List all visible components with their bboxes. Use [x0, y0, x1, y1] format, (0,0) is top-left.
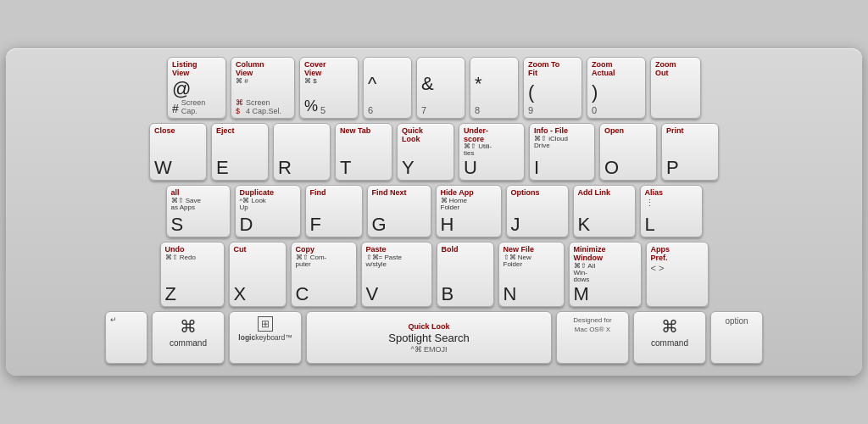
- key-p-print[interactable]: Print P: [661, 123, 719, 181]
- key-fn-left[interactable]: ↵: [105, 311, 147, 364]
- key-r[interactable]: R: [273, 123, 331, 181]
- key-u-underscore[interactable]: Under-score ⌘⇧ Utili-ties U: [459, 123, 525, 181]
- spacebar-content: Quick Look Spotlight Search ^⌘ EMOJI: [314, 316, 544, 359]
- key-t-newtab[interactable]: New Tab T: [335, 123, 392, 181]
- spacebar-row: ↵ ⌘ command ⊞ logickeyboard™ Quick Look …: [16, 311, 852, 364]
- command-symbol-right: ⌘: [661, 316, 678, 337]
- key-column-view[interactable]: ColumnView ⌘ # ⌘$ Screen4 Cap.Sel.: [231, 57, 295, 119]
- key-7[interactable]: & 7: [416, 57, 465, 119]
- key-j-options[interactable]: Options J: [506, 185, 569, 237]
- key-logo[interactable]: ⊞ logickeyboard™: [229, 311, 302, 364]
- keyboard: ListingView @ # ScreenCap. ColumnView ⌘ …: [6, 48, 862, 376]
- key-zoom-out[interactable]: ZoomOut: [650, 57, 701, 119]
- spacebar-spotlight: Spotlight Search: [388, 332, 469, 344]
- option-label-right: option: [725, 316, 748, 326]
- key-k-addlink[interactable]: Add Link K: [573, 185, 636, 237]
- key-6[interactable]: ^ 6: [363, 57, 412, 119]
- key-c-copy[interactable]: Copy ⌘⇧ Com-puter C: [291, 242, 357, 307]
- key-apps-pref[interactable]: AppsPref. < >: [646, 242, 709, 307]
- key-n-newfile[interactable]: New File ⇧⌘ NewFolder N: [498, 242, 565, 307]
- key-i-infofile[interactable]: Info - File ⌘⇧ iCloudDrive I: [529, 123, 595, 181]
- key-cover-view[interactable]: CoverView ⌘ $ % 5: [299, 57, 359, 119]
- key-e-eject[interactable]: Eject E: [211, 123, 269, 181]
- logo-icon: ⊞: [258, 316, 273, 332]
- key-m-minimize[interactable]: MinimizeWindow ⌘⇧ AllWin-dows M: [569, 242, 642, 307]
- key-w-close[interactable]: Close W: [149, 123, 207, 181]
- key-8[interactable]: * 8: [470, 57, 519, 119]
- key-listing-view[interactable]: ListingView @ # ScreenCap.: [167, 57, 226, 119]
- row-1: ListingView @ # ScreenCap. ColumnView ⌘ …: [16, 57, 852, 119]
- key-zoom-fit[interactable]: Zoom ToFit ( 9: [523, 57, 582, 119]
- key-spacebar[interactable]: Quick Look Spotlight Search ^⌘ EMOJI: [306, 311, 552, 364]
- spacebar-emoji: ^⌘ EMOJI: [410, 345, 447, 354]
- row-2: Close W Eject E R New Tab T QuickLook Y …: [16, 123, 852, 181]
- key-v-paste[interactable]: Paste ⇧⌘= Pastew/style V: [361, 242, 432, 307]
- key-zoom-actual[interactable]: ZoomActual ) 0: [587, 57, 646, 119]
- key-option-right[interactable]: option: [710, 311, 763, 364]
- logo-text: logickeyboard™: [238, 333, 292, 342]
- key-z-undo[interactable]: Undo ⌘⇧ Redo Z: [160, 242, 225, 307]
- key-d-duplicate[interactable]: Duplicate ^⌘ LookUp D: [235, 185, 301, 237]
- command-symbol-left: ⌘: [180, 316, 197, 337]
- key-s-save[interactable]: all ⌘⇧ Saveas Apps S: [166, 185, 231, 237]
- key-o-open[interactable]: Open O: [599, 123, 657, 181]
- key-g-findnext[interactable]: Find Next G: [367, 185, 431, 237]
- key-h-hideapp[interactable]: Hide App ⌘ HomeFolder H: [436, 185, 502, 237]
- designed-for-text: Designed forMac OS® X: [573, 316, 611, 334]
- key-l-alias[interactable]: Alias ⋮ L: [640, 185, 703, 237]
- key-command-left[interactable]: ⌘ command: [152, 311, 225, 364]
- key-command-right[interactable]: ⌘ command: [633, 311, 706, 364]
- key-b-bold[interactable]: Bold B: [437, 242, 494, 307]
- key-y-quicklook[interactable]: QuickLook Y: [397, 123, 454, 181]
- row-3: all ⌘⇧ Saveas Apps S Duplicate ^⌘ LookUp…: [16, 185, 852, 237]
- spacebar-quick-look: Quick Look: [408, 322, 449, 331]
- key-x-cut[interactable]: Cut X: [229, 242, 287, 307]
- command-label-right: command: [651, 338, 688, 348]
- command-label-left: command: [170, 338, 207, 348]
- key-f-find[interactable]: Find F: [305, 185, 363, 237]
- row-4: Undo ⌘⇧ Redo Z Cut X Copy ⌘⇧ Com-puter C…: [16, 242, 852, 307]
- designed-for-area: Designed forMac OS® X: [556, 311, 629, 364]
